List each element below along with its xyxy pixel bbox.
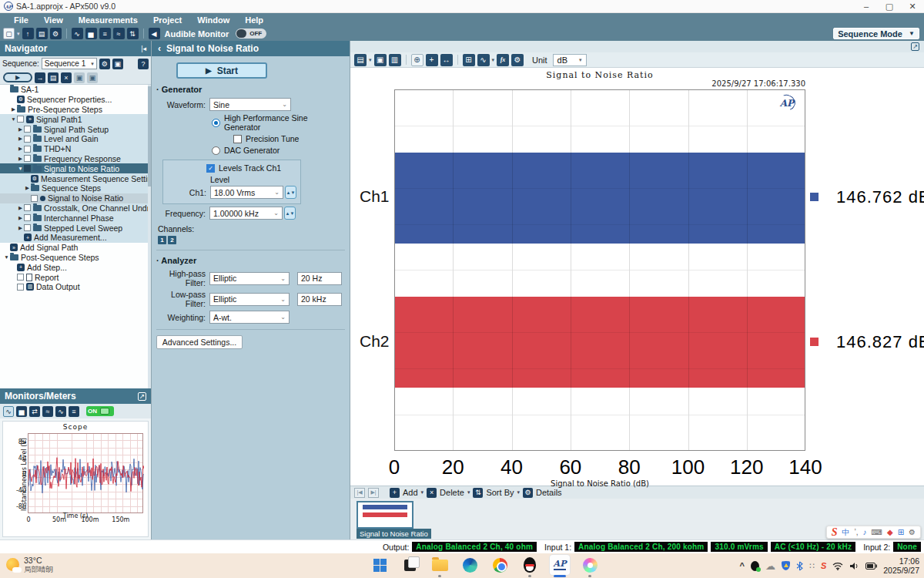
tree-expand-arrow[interactable]: ▶: [17, 126, 24, 133]
close-button[interactable]: ✕: [901, 0, 924, 12]
tree-item[interactable]: »Add Signal Path: [0, 243, 151, 253]
sogou-logo-icon[interactable]: S: [832, 526, 838, 539]
tree-item[interactable]: SA-1: [0, 85, 151, 95]
analyzer-section-title[interactable]: Analyzer: [156, 256, 345, 265]
bluetooth-icon[interactable]: [796, 561, 803, 571]
pan-tool-icon[interactable]: +: [426, 54, 438, 66]
meter-monitor-icon[interactable]: ⇅: [127, 28, 139, 39]
delete-result-icon[interactable]: ×: [427, 488, 437, 498]
ime-settings-icon[interactable]: ⚙: [909, 528, 916, 536]
audible-monitor-toggle[interactable]: OFF: [236, 29, 266, 39]
sweep-monitor-icon[interactable]: ≈: [113, 28, 125, 39]
sogou-ime-bar[interactable]: S 中 ’, ♪ ⌨ ◆ ⊞ ⚙: [826, 526, 921, 539]
bar-ch1[interactable]: [395, 153, 805, 244]
result-thumbnail[interactable]: [357, 501, 413, 529]
tree-expand-arrow[interactable]: ▶: [17, 136, 24, 142]
soft-keyboard-icon[interactable]: ⌨: [872, 528, 882, 536]
graph-settings-icon[interactable]: ⚙: [511, 54, 524, 66]
onedrive-icon[interactable]: ☁: [765, 560, 775, 572]
speaker-icon[interactable]: [849, 562, 859, 570]
tree-checkbox[interactable]: [24, 224, 31, 231]
dac-generator-radio[interactable]: [212, 146, 220, 155]
sort-results-icon[interactable]: ⇅: [473, 488, 483, 498]
frequency-stepper[interactable]: ▲▼: [284, 207, 296, 220]
edge-icon[interactable]: [460, 555, 480, 575]
monitors-popout-icon[interactable]: ↗: [138, 392, 146, 401]
menu-help[interactable]: Help: [237, 15, 271, 25]
print-graph-icon[interactable]: ▥: [389, 54, 401, 66]
start-button[interactable]: [370, 555, 390, 575]
precision-tune-checkbox[interactable]: [233, 135, 242, 143]
toolbox-icon[interactable]: ⊞: [898, 528, 904, 536]
add-result-icon[interactable]: +: [390, 488, 400, 498]
sequence-select[interactable]: Sequence 1▾: [42, 58, 97, 69]
security-shield-icon[interactable]: [782, 561, 790, 570]
tree-checkbox[interactable]: [17, 116, 24, 123]
tree-item[interactable]: ⚙Sequencer Properties...: [0, 95, 151, 105]
delete-result-label[interactable]: Delete: [440, 488, 464, 497]
start-button[interactable]: ▶Start: [176, 62, 267, 79]
delete-result-dropdown[interactable]: ▾: [467, 489, 470, 496]
tree-checkbox[interactable]: [24, 155, 31, 162]
scope-monitor-icon[interactable]: ∿: [72, 28, 83, 39]
frequency-input[interactable]: 1.00000 kHz⌄: [209, 207, 283, 220]
tree-item[interactable]: ▶Level and Gain: [0, 134, 151, 144]
utility-tray-icon[interactable]: ∷: [809, 561, 815, 571]
menu-view[interactable]: View: [36, 15, 71, 25]
levels-track-checkbox[interactable]: ✓: [206, 164, 215, 173]
weighting-select[interactable]: A-wt.⌄: [209, 311, 290, 324]
hp-freq-field[interactable]: 20 Hz: [297, 272, 342, 285]
fit-view-icon[interactable]: ↔: [440, 54, 453, 66]
lp-freq-field[interactable]: 20 kHz: [297, 293, 342, 306]
sort-results-dropdown[interactable]: ▾: [517, 489, 520, 496]
tree-checkbox[interactable]: [24, 126, 31, 133]
last-result-button[interactable]: ▶|: [368, 488, 379, 498]
tree-checkbox[interactable]: [24, 136, 31, 143]
details-label[interactable]: Details: [536, 488, 562, 497]
sequence-mode-button[interactable]: Sequence Mode▼: [833, 28, 919, 39]
sequence-report-icon[interactable]: ▣: [112, 59, 123, 69]
add-signal-path-icon[interactable]: →: [35, 72, 45, 83]
sequence-settings-icon[interactable]: ⚙: [99, 59, 110, 69]
ch1-level-stepper[interactable]: ▲▼: [285, 186, 296, 199]
tree-item[interactable]: ▼Signal to Noise Ratio: [0, 163, 151, 173]
tree-scrollbar[interactable]: [148, 85, 151, 388]
tree-item[interactable]: ▥Data Output: [0, 282, 151, 292]
tree-item[interactable]: ▶THD+N: [0, 144, 151, 154]
list-tab-icon[interactable]: ≡: [69, 406, 79, 417]
tree-item[interactable]: ▶Sequence Steps: [0, 183, 151, 193]
data-grid-icon[interactable]: ⊞: [463, 54, 475, 66]
list-monitor-icon[interactable]: ≡: [99, 28, 111, 39]
tree-checkbox[interactable]: [24, 165, 31, 172]
chinese-mode-icon[interactable]: 中: [842, 527, 850, 538]
tree-item[interactable]: +Add Step...: [0, 262, 151, 272]
tree-item[interactable]: ⚙Measurement Sequence Settings...: [0, 173, 151, 183]
tree-expand-arrow[interactable]: ▶: [10, 106, 17, 113]
waveform-select[interactable]: Sine⌄: [209, 98, 291, 111]
menu-file[interactable]: File: [6, 15, 36, 25]
paste-icon[interactable]: ▣: [87, 72, 98, 83]
tree-item[interactable]: ▶Crosstalk, One Channel Undriven: [0, 203, 151, 213]
weather-widget[interactable]: 33°C局部晴朗: [6, 556, 53, 573]
chart-popout-icon[interactable]: ↗: [911, 42, 919, 51]
help-icon[interactable]: ?: [138, 59, 149, 69]
tree-item[interactable]: ▶Signal Path Setup: [0, 124, 151, 134]
save-graph-icon[interactable]: ▤: [354, 54, 367, 66]
tree-expand-arrow[interactable]: ▼: [10, 116, 17, 122]
tree-expand-arrow[interactable]: ▼: [3, 254, 10, 260]
unit-select[interactable]: dB▾: [553, 54, 587, 66]
fft-tab-icon[interactable]: ▅: [16, 406, 27, 417]
chrome-icon[interactable]: [490, 555, 510, 575]
tree-item[interactable]: ▼Post-Sequence Steps: [0, 253, 151, 263]
tree-expand-arrow[interactable]: ▶: [17, 215, 24, 221]
tree-checkbox[interactable]: [24, 214, 31, 221]
battery-icon[interactable]: [865, 563, 877, 570]
histogram-monitor-icon[interactable]: ▅: [85, 28, 97, 39]
first-result-button[interactable]: |◀: [354, 488, 365, 498]
tree-item[interactable]: Signal to Noise Ratio: [0, 193, 151, 203]
tree-item[interactable]: ▶Interchannel Phase: [0, 213, 151, 223]
delete-item-icon[interactable]: ×: [61, 72, 72, 83]
thumbnail-label[interactable]: Signal to Noise Ratio: [357, 529, 431, 539]
advanced-settings-button[interactable]: Advanced Settings...: [156, 335, 243, 349]
taskbar-clock[interactable]: 17:062025/9/27: [883, 556, 919, 575]
